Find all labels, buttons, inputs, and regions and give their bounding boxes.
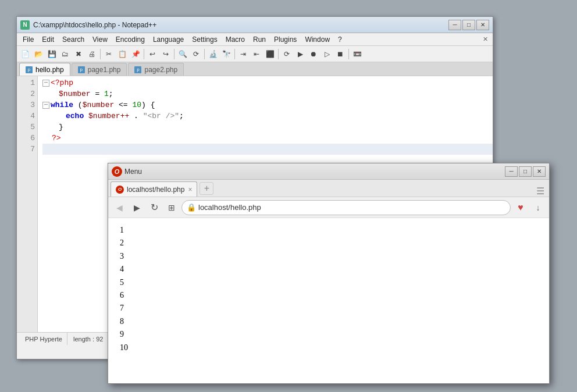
opera-logo: O — [112, 166, 122, 177]
tb-rec[interactable]: ⏺ — [307, 48, 320, 60]
code-token — [84, 111, 88, 122]
code-token: $number — [59, 88, 91, 99]
tb-sync[interactable]: ⟳ — [280, 48, 293, 60]
tab-page2-php[interactable]: p page2.php — [128, 63, 184, 76]
menu-language[interactable]: Language — [149, 34, 187, 45]
output-1: 1 — [120, 224, 537, 237]
tab-page1-php[interactable]: p page1.php — [72, 63, 127, 76]
tb-replace[interactable]: ⟳ — [190, 48, 202, 60]
opera-refresh-button[interactable]: ↻ — [147, 200, 162, 215]
tb-sep-2 — [144, 49, 144, 59]
menu-settings[interactable]: Settings — [188, 34, 220, 45]
opera-forward-button[interactable]: ▶ — [129, 200, 144, 215]
menu-window[interactable]: Window — [301, 34, 333, 45]
tb-zoom-in[interactable]: 🔬 — [206, 48, 219, 60]
tb-zoom-out[interactable]: 🔭 — [220, 48, 233, 60]
code-token: <= — [114, 99, 132, 111]
notepad-window-controls: ─ □ ✕ — [448, 20, 489, 30]
tb-saveall[interactable]: 🗂 — [59, 48, 72, 60]
output-10: 10 — [120, 341, 537, 354]
tab-hello-php-icon: p — [26, 66, 33, 73]
tb-play[interactable]: ▷ — [320, 48, 333, 60]
tb-sep-7 — [348, 49, 349, 59]
opera-grid-button[interactable]: ⊞ — [164, 200, 179, 215]
tb-cut[interactable]: ✂ — [102, 48, 115, 60]
notepad-minimize-button[interactable]: ─ — [448, 20, 461, 30]
code-token: ; — [109, 88, 113, 99]
sidebar-icon: ☰ — [536, 186, 544, 197]
tb-run[interactable]: ▶ — [294, 48, 307, 60]
opera-favorite-button[interactable]: ♥ — [513, 200, 528, 215]
opera-tab-favicon: O — [116, 186, 124, 194]
output-6: 6 — [120, 289, 537, 302]
opera-back-button[interactable]: ◀ — [112, 200, 127, 215]
code-token: echo — [66, 111, 84, 122]
opera-address-input[interactable] — [198, 203, 505, 212]
opera-tab-label: localhost/hello.php — [127, 186, 184, 194]
tb-open[interactable]: 📂 — [32, 48, 45, 60]
notepad-close-button[interactable]: ✕ — [476, 20, 489, 30]
tb-redo[interactable]: ↪ — [159, 48, 172, 60]
opera-security-icon: 🔒 — [187, 203, 196, 212]
opera-maximize-button[interactable]: □ — [519, 166, 532, 177]
code-token: $number++ — [88, 111, 129, 122]
tb-paste[interactable]: 📌 — [129, 48, 142, 60]
tb-print[interactable]: 🖨 — [86, 48, 98, 60]
opera-download-button[interactable]: ↓ — [530, 200, 546, 215]
opera-titlebar: O Menu ─ □ ✕ — [108, 163, 549, 180]
tb-sep-4 — [204, 49, 205, 59]
tb-close[interactable]: ✖ — [72, 48, 85, 60]
opera-tabs: O localhost/hello.php × + ☰ — [108, 180, 549, 197]
notepad-title: C:\xampp\htdocs\hello.php - Notepad++ — [33, 21, 448, 29]
tb-macro[interactable]: 📼 — [351, 48, 364, 60]
tb-wrap[interactable]: ⇥ — [237, 48, 250, 60]
tb-highlight[interactable]: ⬛ — [263, 48, 276, 60]
tb-undo[interactable]: ↩ — [146, 48, 159, 60]
status-length: length : 92 — [69, 333, 108, 345]
menu-plugins[interactable]: Plugins — [270, 34, 300, 45]
tb-save[interactable]: 💾 — [45, 48, 58, 60]
menu-view[interactable]: View — [89, 34, 111, 45]
tb-indent[interactable]: ⇤ — [250, 48, 263, 60]
tb-stop[interactable]: ⏹ — [334, 48, 347, 60]
fold-icon-3[interactable]: ─ — [42, 102, 49, 109]
code-line-5: } — [42, 122, 493, 133]
tb-find[interactable]: 🔍 — [176, 48, 189, 60]
opera-window: O Menu ─ □ ✕ O localhost/hello.php × + ☰… — [108, 163, 550, 384]
menu-macro[interactable]: Macro — [222, 34, 248, 45]
notepad-maximize-button[interactable]: □ — [462, 20, 475, 30]
opera-new-tab-button[interactable]: + — [200, 182, 213, 195]
opera-tab-hello[interactable]: O localhost/hello.php × — [111, 181, 197, 197]
opera-close-button[interactable]: ✕ — [533, 166, 546, 177]
opera-minimize-button[interactable]: ─ — [505, 166, 518, 177]
notepad-toolbar: 📄 📂 💾 🗂 ✖ 🖨 ✂ 📋 📌 ↩ ↪ 🔍 ⟳ 🔬 🔭 ⇥ ⇤ ⬛ ⟳ ▶ … — [17, 46, 493, 62]
output-2: 2 — [120, 237, 537, 250]
code-token: . — [129, 111, 143, 122]
code-token: 10 — [132, 99, 141, 111]
tab-hello-php[interactable]: p hello.php — [19, 63, 70, 76]
tb-sep-3 — [174, 49, 174, 59]
menu-file[interactable]: File — [19, 34, 37, 45]
tab-hello-php-label: hello.php — [35, 66, 64, 74]
notepad-icon: N — [20, 20, 30, 30]
output-9: 9 — [120, 328, 537, 341]
opera-navbar: ◀ ▶ ↻ ⊞ 🔒 ♥ ↓ — [108, 197, 549, 218]
opera-tab-close[interactable]: × — [188, 186, 192, 194]
menu-help[interactable]: ? — [334, 34, 346, 45]
code-token: = — [91, 88, 104, 99]
opera-address-bar: 🔒 — [181, 200, 511, 215]
opera-content: 1 2 3 4 5 6 7 8 9 10 — [108, 218, 549, 383]
opera-title: Menu — [124, 168, 142, 176]
menu-encoding[interactable]: Encoding — [112, 34, 148, 45]
line-numbers: 1 2 3 4 5 6 7 — [17, 76, 38, 332]
status-filetype: PHP Hyperte — [20, 333, 67, 345]
menu-run[interactable]: Run — [250, 34, 269, 45]
menu-search[interactable]: Search — [59, 34, 88, 45]
fold-icon-1[interactable]: ─ — [42, 80, 49, 87]
menu-edit[interactable]: Edit — [38, 34, 58, 45]
menubar-close[interactable]: ✕ — [480, 35, 490, 43]
tb-new[interactable]: 📄 — [19, 48, 31, 60]
status-filetype-text: PHP Hyperte — [25, 336, 62, 343]
opera-tab-sidebar: ☰ — [536, 186, 547, 197]
tb-copy[interactable]: 📋 — [116, 48, 129, 60]
